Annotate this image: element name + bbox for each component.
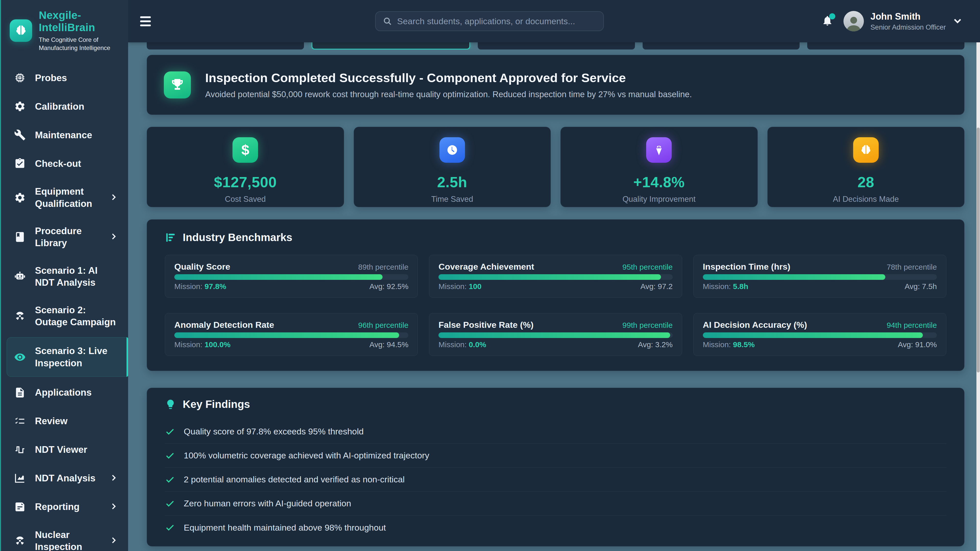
scrollbar-thumb[interactable] (977, 127, 980, 372)
search-bar[interactable] (375, 11, 604, 31)
radiation-icon (14, 535, 26, 547)
sidebar-item-ndt-viewer[interactable]: NDT Viewer (0, 435, 128, 464)
avg-value: Avg: 7.5h (905, 282, 937, 291)
progress-bar (174, 274, 408, 280)
gear-icon (14, 192, 26, 203)
sidebar-item-procedure-library[interactable]: Procedure Library (0, 218, 128, 257)
benchmark-name: AI Decision Accuracy (%) (703, 320, 807, 330)
book-icon (14, 231, 26, 243)
benchmark-anomaly-detection: Anomaly Detection Rate96th percentile Mi… (165, 313, 418, 356)
stat-value: 28 (858, 173, 874, 191)
progress-fill (174, 332, 399, 338)
benchmark-percentile: 78th percentile (886, 263, 937, 272)
sidebar-nav: Probes Calibration Maintenance Check-out… (0, 59, 128, 551)
user-role: Senior Admission Officer (870, 24, 946, 32)
sidebar-item-probes[interactable]: Probes (0, 64, 128, 92)
brain-icon (853, 137, 879, 163)
finding-item: Zero human errors with AI-guided operati… (165, 492, 946, 516)
progress-bar (174, 332, 408, 338)
progress-bar (703, 274, 937, 280)
check-icon (165, 499, 175, 509)
finding-item: Equipment health maintained above 98% th… (165, 516, 946, 540)
sidebar-item-scenario-1[interactable]: Scenario 1: AI NDT Analysis (0, 257, 128, 297)
avg-value: Avg: 92.5% (369, 282, 408, 291)
brand-subtitle: The Cognitive Core of Manufacturing Inte… (39, 36, 118, 52)
stat-label: AI Decisions Made (833, 195, 899, 204)
gem-icon (646, 137, 672, 163)
benchmark-name: Quality Score (174, 262, 230, 272)
search-input[interactable] (397, 16, 596, 26)
progress-fill (174, 274, 383, 280)
sidebar: Nexgile-IntelliBrain The Cognitive Core … (0, 0, 128, 551)
sidebar-item-check-out[interactable]: Check-out (0, 149, 128, 178)
menu-icon[interactable] (140, 15, 154, 27)
stat-card-ai-decisions: 28 AI Decisions Made (767, 127, 965, 207)
partially-visible-card[interactable] (643, 42, 800, 49)
progress-fill (703, 274, 886, 280)
sidebar-item-ndt-analysis[interactable]: NDT Analysis (0, 464, 128, 492)
progress-fill (438, 332, 670, 338)
finding-item: 100% volumetric coverage achieved with A… (165, 444, 946, 468)
brain-icon (10, 19, 32, 42)
benchmark-percentile: 89th percentile (358, 263, 409, 272)
check-icon (165, 522, 175, 533)
progress-fill (703, 332, 923, 338)
benchmark-false-positive-rate: False Positive Rate (%)99th percentile M… (429, 313, 682, 356)
benchmark-name: False Positive Rate (%) (438, 320, 533, 330)
success-banner: Inspection Completed Successfully - Comp… (147, 55, 964, 115)
partially-visible-card[interactable] (807, 42, 964, 49)
lightbulb-icon (165, 399, 176, 410)
key-findings-section: Key Findings Quality score of 97.8% exce… (147, 388, 964, 546)
section-header: Key Findings (165, 398, 946, 410)
progress-bar (703, 332, 937, 338)
stat-label: Time Saved (431, 195, 473, 204)
main-area: John Smith Senior Admission Officer (128, 0, 980, 551)
check-icon (165, 427, 175, 437)
robot-icon (14, 271, 26, 283)
avg-value: Avg: 91.0% (898, 340, 937, 349)
chevron-right-icon (109, 536, 118, 546)
chart-icon (14, 472, 26, 484)
sidebar-item-equipment-qualification[interactable]: Equipment Qualification (0, 178, 128, 218)
chip-icon (14, 72, 26, 84)
sidebar-item-reporting[interactable]: Reporting (0, 492, 128, 521)
avg-value: Avg: 3.2% (638, 340, 673, 349)
sidebar-item-maintenance[interactable]: Maintenance (0, 121, 128, 149)
sidebar-item-scenario-2[interactable]: Scenario 2: Outage Campaign (0, 297, 128, 336)
stat-label: Cost Saved (225, 195, 266, 204)
radiation-icon (14, 310, 26, 322)
trophy-icon (164, 71, 191, 98)
stat-value: $127,500 (214, 173, 277, 191)
checklist-icon (14, 415, 26, 427)
progress-fill (438, 274, 661, 280)
benchmark-percentile: 94th percentile (886, 321, 937, 330)
sidebar-item-calibration[interactable]: Calibration (0, 92, 128, 121)
benchmark-percentile: 99th percentile (622, 321, 673, 330)
sidebar-item-applications[interactable]: Applications (0, 378, 128, 407)
waveform-icon (14, 444, 26, 456)
stat-value: +14.8% (633, 173, 685, 191)
progress-bar (438, 274, 673, 280)
sidebar-item-review[interactable]: Review (0, 407, 128, 435)
top-bar: John Smith Senior Admission Officer (128, 0, 980, 42)
avg-value: Avg: 97.2 (640, 282, 673, 291)
sidebar-item-scenario-3[interactable]: Scenario 3: Live Inspection (6, 337, 128, 377)
report-icon (14, 501, 26, 513)
banner-title: Inspection Completed Successfully - Comp… (205, 71, 692, 85)
user-menu[interactable]: John Smith Senior Admission Officer (843, 11, 963, 32)
stat-label: Quality Improvement (622, 195, 695, 204)
partially-visible-card-active[interactable] (312, 42, 470, 49)
app-window: Nexgile-IntelliBrain The Cognitive Core … (0, 0, 980, 551)
sidebar-item-nuclear-inspection[interactable]: Nuclear Inspection (0, 521, 128, 551)
gear-icon (14, 100, 26, 112)
mission-value: Mission: 0.0% (438, 340, 486, 349)
partially-visible-card[interactable] (147, 42, 304, 49)
partially-visible-card[interactable] (478, 42, 635, 49)
document-icon (14, 387, 26, 399)
user-name: John Smith (870, 11, 946, 22)
avatar (843, 11, 864, 32)
bell-icon[interactable] (821, 15, 833, 27)
industry-benchmarks-section: Industry Benchmarks Quality Score89th pe… (147, 219, 964, 371)
page-scrollbar[interactable] (977, 42, 980, 551)
chevron-right-icon (109, 232, 118, 242)
